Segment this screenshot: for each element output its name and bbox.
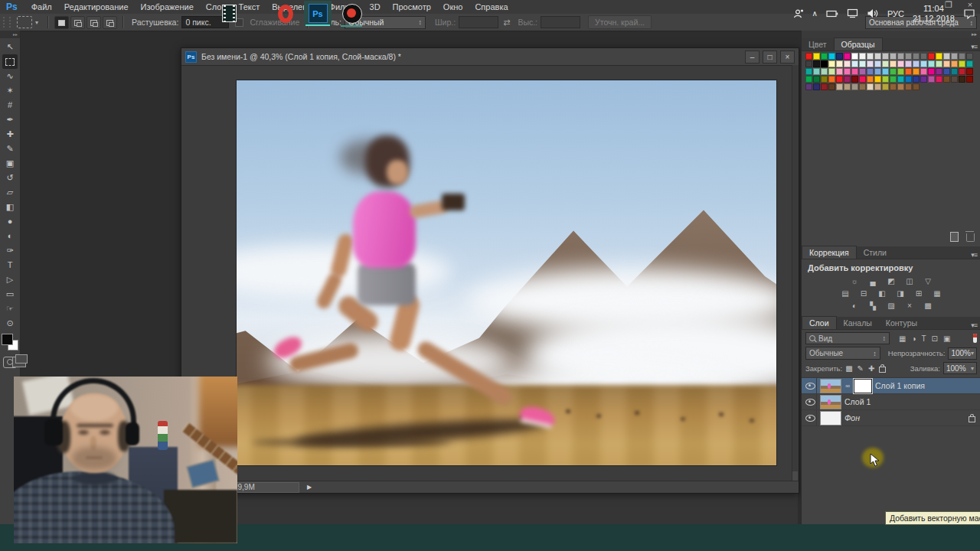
color-swatch[interactable] <box>882 76 889 83</box>
layer-thumbnail[interactable] <box>820 379 841 393</box>
color-swatch[interactable] <box>928 60 935 67</box>
battery-icon[interactable] <box>826 9 838 18</box>
vibrance-icon[interactable]: ▽ <box>923 276 934 286</box>
clock[interactable]: 11:04 21.12.2018 <box>913 4 955 24</box>
vertical-scrollbar[interactable] <box>792 65 799 481</box>
color-lookup-icon[interactable]: ▦ <box>932 289 943 298</box>
layer-row[interactable]: ∞ Фон <box>802 410 980 426</box>
color-swatch[interactable] <box>836 76 843 83</box>
tab-color[interactable]: Цвет <box>802 38 834 51</box>
color-swatch[interactable] <box>844 76 851 83</box>
speaker-icon[interactable] <box>867 8 879 18</box>
menu-item[interactable]: Справка <box>469 2 514 11</box>
color-swatch[interactable] <box>859 83 866 90</box>
menu-item[interactable]: Файл <box>25 2 58 11</box>
selective-color-icon[interactable]: × <box>904 301 916 311</box>
smart-object-filter-icon[interactable]: ▣ <box>943 334 950 343</box>
color-swatch[interactable] <box>897 76 904 83</box>
new-selection-button[interactable] <box>54 16 69 29</box>
color-swatch[interactable] <box>874 83 881 90</box>
hue-saturation-icon[interactable]: ▤ <box>840 289 851 298</box>
color-swatch[interactable] <box>867 60 874 67</box>
opera-icon[interactable] <box>278 5 293 23</box>
doc-maximize-icon[interactable]: □ <box>763 51 777 64</box>
channel-mixer-icon[interactable]: ⊞ <box>913 289 925 298</box>
color-swatch[interactable] <box>905 53 912 60</box>
invert-icon[interactable]: ◐ <box>849 301 861 311</box>
color-swatch[interactable] <box>890 83 897 90</box>
lock-pixels-icon[interactable]: ✎ <box>858 364 864 373</box>
action-center-icon[interactable] <box>963 8 975 19</box>
menu-item[interactable]: Редактирование <box>58 2 135 11</box>
type-tool-icon[interactable]: T <box>2 258 18 272</box>
threshold-icon[interactable]: ▨ <box>886 301 897 311</box>
type-layer-filter-icon[interactable]: T <box>922 334 926 343</box>
resize-grip[interactable] <box>792 471 798 481</box>
color-swatch[interactable] <box>867 76 874 83</box>
color-swatch[interactable] <box>913 68 920 75</box>
color-swatch[interactable] <box>928 53 935 60</box>
color-balance-icon[interactable]: ⊟ <box>858 289 870 298</box>
status-arrow-icon[interactable]: ▶ <box>307 484 312 491</box>
drag-handle-icon[interactable] <box>3 17 11 28</box>
color-swatch[interactable] <box>943 53 950 60</box>
color-swatch[interactable] <box>821 76 828 83</box>
gradient-map-icon[interactable]: ▩ <box>923 301 934 311</box>
photoshop-taskbar-button[interactable]: Ps <box>304 1 332 26</box>
color-swatch[interactable] <box>805 76 812 83</box>
color-swatch[interactable] <box>897 60 904 67</box>
color-swatch[interactable] <box>867 53 874 60</box>
video-app-icon[interactable] <box>222 5 237 22</box>
color-swatch[interactable] <box>928 76 935 83</box>
lock-position-icon[interactable]: ✚ <box>868 364 874 373</box>
levels-icon[interactable]: ▄ <box>867 276 879 286</box>
path-select-tool-icon[interactable]: ▷ <box>2 272 18 287</box>
adjustment-layer-filter-icon[interactable]: ◑ <box>911 334 916 343</box>
layer-name[interactable]: Слой 1 <box>844 397 871 406</box>
tab-channels[interactable]: Каналы <box>837 317 879 329</box>
color-swatch[interactable] <box>874 60 881 67</box>
lock-all-icon[interactable] <box>879 367 886 373</box>
color-swatch[interactable] <box>905 60 912 67</box>
layer-name[interactable]: Слой 1 копия <box>875 381 925 390</box>
color-swatch[interactable] <box>821 68 828 75</box>
color-swatch[interactable] <box>813 83 820 90</box>
color-swatch[interactable] <box>959 76 965 83</box>
zoom-tool-icon[interactable]: ⊙ <box>2 316 18 331</box>
color-swatch[interactable] <box>951 60 958 67</box>
color-swatch[interactable] <box>920 68 927 75</box>
opacity-input[interactable]: 100%▾ <box>948 347 977 360</box>
color-swatch[interactable] <box>959 68 965 75</box>
layer-row[interactable]: ∞ Слой 1 копия <box>802 378 980 394</box>
refine-edge-button[interactable]: Уточн. край... <box>588 15 652 29</box>
color-swatch[interactable] <box>897 68 904 75</box>
color-swatch[interactable] <box>959 53 965 60</box>
color-swatch[interactable] <box>851 83 858 90</box>
photo-filter-icon[interactable]: ◨ <box>895 289 906 298</box>
rectangular-marquee-tool-icon[interactable] <box>2 54 18 69</box>
fill-input[interactable]: 100%▾ <box>943 362 977 374</box>
color-swatch[interactable] <box>813 53 820 60</box>
color-swatch[interactable] <box>836 68 843 75</box>
color-swatch[interactable] <box>966 60 973 67</box>
document-titlebar[interactable]: Ps Без имени-1 @ 40,3% (Слой 1 копия, Сл… <box>181 48 799 66</box>
color-swatch[interactable] <box>851 76 858 83</box>
color-swatch[interactable] <box>867 68 874 75</box>
blend-mode-dropdown[interactable]: Обычные ↕ <box>805 347 880 360</box>
layer-thumbnail[interactable] <box>820 411 841 425</box>
clone-stamp-tool-icon[interactable]: ▣ <box>2 156 18 171</box>
color-swatch[interactable] <box>851 60 858 67</box>
color-swatch[interactable] <box>805 68 812 75</box>
layer-row[interactable]: ∞ Слой 1 <box>802 394 980 410</box>
color-swatch[interactable] <box>859 76 866 83</box>
color-swatch[interactable] <box>851 53 858 60</box>
hand-tool-icon[interactable]: ☞ <box>2 302 18 316</box>
black-white-icon[interactable]: ◧ <box>877 289 888 298</box>
color-swatch[interactable] <box>882 83 889 90</box>
color-swatch[interactable] <box>874 53 881 60</box>
color-swatch[interactable] <box>882 60 889 67</box>
people-icon[interactable] <box>793 8 804 19</box>
chevron-down-icon[interactable]: ▾ <box>35 19 38 26</box>
doc-minimize-icon[interactable]: – <box>745 51 760 64</box>
color-swatch[interactable] <box>813 68 820 75</box>
